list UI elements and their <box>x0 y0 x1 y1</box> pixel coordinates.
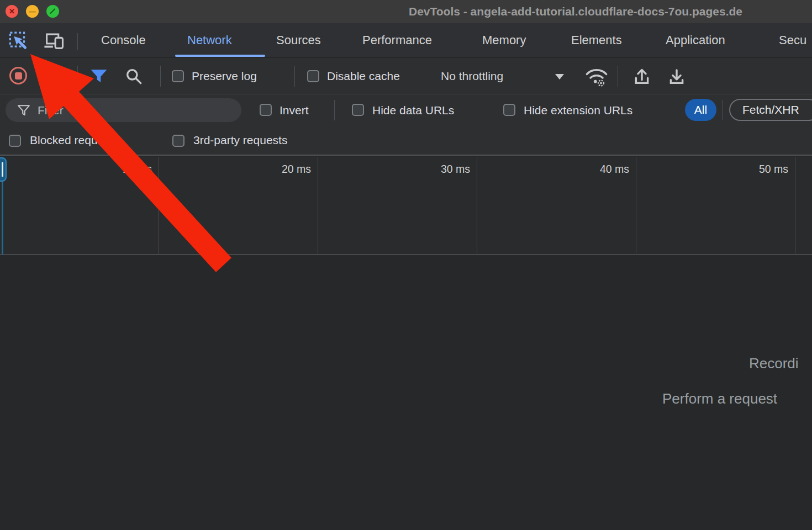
hide-data-urls-checkbox[interactable] <box>352 104 364 116</box>
network-toolbar: Preserve log Disable cache No throttling <box>0 58 812 94</box>
recording-status-text: Recordi <box>749 355 799 372</box>
timeline-column: 30 ms <box>318 157 477 254</box>
toolbar-separator <box>618 66 618 87</box>
third-party-requests-label[interactable]: 3rd-party requests <box>193 126 287 155</box>
record-network-log-button[interactable] <box>9 67 27 84</box>
toolbar-separator <box>77 66 78 87</box>
clear-icon <box>45 72 54 80</box>
active-tab-underline <box>175 55 265 57</box>
timeline-tick-label: 20 ms <box>282 163 311 176</box>
upload-icon <box>632 67 652 86</box>
throttling-select[interactable]: No throttling <box>441 58 503 94</box>
stop-record-icon <box>15 72 22 80</box>
minimize-window-button[interactable]: — <box>26 5 39 18</box>
filter-input[interactable] <box>38 104 233 117</box>
hide-data-urls-label[interactable]: Hide data URLs <box>372 94 454 126</box>
download-icon <box>667 67 687 86</box>
close-window-button[interactable]: ✕ <box>6 5 18 18</box>
timeline-tick-label: 30 ms <box>441 163 470 176</box>
export-har-button[interactable] <box>666 66 688 87</box>
search-button[interactable] <box>124 66 144 86</box>
network-options-bar: Blocked requests 3rd-party requests <box>0 126 812 156</box>
timeline-column: 40 ms <box>477 157 636 254</box>
timeline-column: 10 ms <box>0 157 159 254</box>
requests-panel-empty: Recordi Perform a request <box>0 256 812 530</box>
inspect-element-button[interactable] <box>8 31 29 51</box>
handle-grip <box>2 162 3 177</box>
filter-toggle-button[interactable] <box>89 67 108 85</box>
third-party-requests-checkbox[interactable] <box>172 135 184 147</box>
funnel-icon <box>91 69 107 83</box>
preserve-log-label[interactable]: Preserve log <box>192 58 257 94</box>
tab-security[interactable]: Secu <box>779 23 806 57</box>
toggle-device-toolbar-button[interactable] <box>43 31 65 51</box>
clear-network-log-button[interactable] <box>42 68 57 84</box>
device-toolbar-icon <box>44 31 65 50</box>
tab-performance[interactable]: Performance <box>362 23 432 57</box>
devtools-tabbar: Console Network Sources Performance Memo… <box>0 23 812 57</box>
filter-separator <box>334 100 335 120</box>
toolbar-separator <box>294 66 295 87</box>
inspect-cursor-icon <box>9 31 29 50</box>
tab-memory[interactable]: Memory <box>482 23 526 57</box>
disable-cache-checkbox[interactable] <box>307 70 319 82</box>
tab-network[interactable]: Network <box>187 23 232 57</box>
tab-elements[interactable]: Elements <box>571 23 622 57</box>
invert-label[interactable]: Invert <box>280 94 309 126</box>
timeline-tick-label: 50 ms <box>759 163 788 176</box>
zoom-window-button[interactable] <box>46 5 59 18</box>
tab-application[interactable]: Application <box>666 23 725 57</box>
tab-sources[interactable]: Sources <box>276 23 321 57</box>
zoom-slash-icon <box>50 8 56 14</box>
preserve-log-checkbox[interactable] <box>172 70 184 82</box>
blocked-requests-label[interactable]: Blocked requests <box>30 126 119 155</box>
wifi-gear-icon <box>584 67 609 87</box>
filter-funnel-icon <box>18 105 30 116</box>
window-title: DevTools - angela-add-tutorial.cloudflar… <box>409 0 742 23</box>
timeline-column: 50 ms <box>636 157 795 254</box>
hide-extension-urls-label[interactable]: Hide extension URLs <box>524 94 632 126</box>
import-har-button[interactable] <box>631 66 653 87</box>
filter-type-fetch-xhr-button[interactable]: Fetch/XHR <box>729 99 812 121</box>
filter-separator <box>722 100 723 120</box>
timeline-column: 20 ms <box>159 157 318 254</box>
invert-checkbox[interactable] <box>260 104 272 116</box>
toolbar-separator <box>160 66 161 87</box>
filter-type-all-button[interactable]: All <box>685 99 716 121</box>
network-overview-timeline[interactable]: 10 ms 20 ms 30 ms 40 ms 50 ms <box>0 157 812 255</box>
perform-request-hint-text: Perform a request <box>662 390 777 407</box>
chevron-down-icon[interactable] <box>555 74 564 80</box>
network-conditions-button[interactable] <box>583 66 610 88</box>
overview-drag-handle[interactable] <box>0 157 7 182</box>
tab-console[interactable]: Console <box>101 23 146 57</box>
timeline-tick-label: 10 ms <box>123 163 152 176</box>
titlebar: ✕ — DevTools - angela-add-tutorial.cloud… <box>0 0 812 23</box>
tabbar-separator <box>77 33 78 50</box>
disable-cache-label[interactable]: Disable cache <box>327 58 400 94</box>
filter-field[interactable] <box>6 98 241 122</box>
devtools-window: ✕ — DevTools - angela-add-tutorial.cloud… <box>0 0 812 530</box>
hide-extension-urls-checkbox[interactable] <box>503 104 515 116</box>
blocked-requests-checkbox[interactable] <box>9 135 21 147</box>
network-filter-bar: Invert Hide data URLs Hide extension URL… <box>0 94 812 126</box>
search-icon <box>125 67 143 85</box>
timeline-tick-label: 40 ms <box>600 163 629 176</box>
